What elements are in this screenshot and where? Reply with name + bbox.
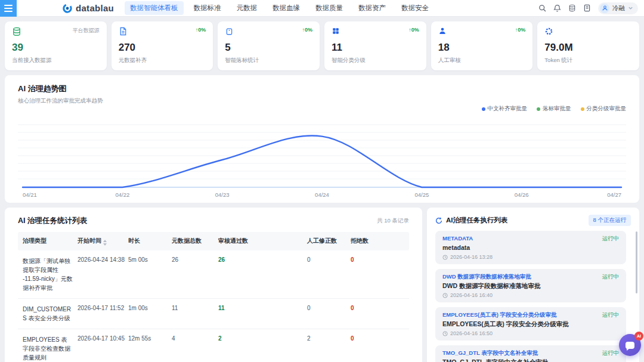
task-exec-item[interactable]: EMPLOYEES(员工表) 字段安全分类分级审批 运行中 EMPLOYEES(… — [435, 307, 626, 341]
task-exec-item[interactable]: TMO_GJ_DTL 表字段中文名补全审批 运行中 TMO_GJ_DTL 表字段… — [435, 345, 626, 362]
chevron-down-icon — [628, 5, 633, 11]
nav-tab-data-standard[interactable]: 数据标准 — [188, 1, 227, 15]
nav-tab-data-lineage[interactable]: 数据血缘 — [267, 1, 305, 15]
legend-item[interactable]: 落标审批量 — [537, 105, 571, 113]
bottom-row: AI 治理任务统计列表 共 10 条记录 治理类型 开始时间 时长 元数据总数 … — [5, 208, 639, 362]
stat-card-classification[interactable]: ↑0% 11 智能分类分级 — [324, 21, 426, 70]
col-total: 元数据总数 — [172, 237, 218, 246]
stat-value: 79.0M — [544, 42, 632, 54]
stat-label: Token 统计 — [544, 57, 632, 64]
corrected-count: 0 — [307, 256, 351, 292]
task-status-badge: 运行中 — [602, 311, 620, 319]
task-status-badge: 运行中 — [602, 349, 620, 357]
bell-icon[interactable] — [553, 4, 561, 12]
task-name: 数据源「测试单独提取字段属性 -11.59-nicky」元数据补齐审批 — [23, 256, 78, 292]
clock-icon — [442, 255, 448, 260]
task-exec-subtitle: EMPLOYEES(员工表) 字段安全分类分级审批 — [442, 320, 619, 328]
legend-label: 中文补齐审批量 — [488, 105, 528, 113]
task-exec-time: 2026-04-16 16:40 — [450, 292, 493, 298]
chat-bubble-icon — [626, 342, 634, 349]
logo[interactable]: datablau — [62, 3, 114, 14]
task-list: METADATA 运行中 metadata 2026-04-16 13:28 D… — [435, 231, 631, 362]
stat-corner-label: 平台数据源 — [73, 27, 100, 35]
duration: 1m 00s — [128, 305, 172, 323]
duration: 5m 00s — [128, 256, 172, 292]
task-exec-item[interactable]: DWD 数据源字段数据标准落地审批 运行中 DWD 数据源字段数据标准落地审批 … — [435, 269, 626, 302]
user-menu[interactable]: 冷融 — [598, 2, 638, 14]
trend-chart-svg: 04/2104/2204/2304/2404/2504/2604/27 — [18, 123, 626, 200]
stat-card-token-usage[interactable]: 79.0M Token 统计 — [537, 21, 639, 70]
stat-card-standard-match[interactable]: ↑0% 5 智能落标统计 — [218, 21, 320, 70]
svg-text:04/21: 04/21 — [23, 191, 37, 198]
col-passed: 审核通过数 — [218, 237, 307, 246]
task-exec-item[interactable]: METADATA 运行中 metadata 2026-04-16 13:28 — [435, 231, 626, 264]
stat-trend-label: ↑0% — [302, 27, 313, 33]
scrollbar-thumb[interactable] — [636, 231, 637, 293]
stat-trend-label: ↑0% — [196, 27, 206, 33]
database-icon[interactable] — [568, 4, 576, 12]
refresh-icon[interactable] — [435, 217, 442, 224]
legend-item[interactable]: 中文补齐审批量 — [482, 105, 528, 113]
rejected-count: 0 — [351, 305, 409, 323]
chart-subtitle: 核心治理工作流的审批完成率趋势 — [18, 97, 626, 105]
nav-tab-data-security[interactable]: 数据安全 — [396, 1, 434, 15]
stat-value: 39 — [12, 42, 100, 54]
legend-dot-blue — [482, 107, 485, 111]
record-count: 共 10 条记录 — [377, 217, 409, 225]
task-exec-title: METADATA — [442, 234, 619, 242]
task-exec-title: EMPLOYEES(员工表) 字段安全分类分级审批 — [442, 311, 619, 318]
total-count: 4 — [172, 335, 218, 362]
notebook-icon[interactable] — [583, 4, 591, 12]
stat-value: 5 — [225, 42, 312, 54]
svg-text:04/22: 04/22 — [115, 191, 129, 198]
task-exec-panel: AI治理任务执行列表 8 个正在运行 METADATA 运行中 metadata… — [427, 208, 639, 362]
sort-icon[interactable] — [103, 240, 107, 246]
task-exec-title: TMO_GJ_DTL 表字段中文名补全审批 — [442, 349, 619, 357]
task-name: EMPLOYEES 表字段非空检查数据质量规则 — [23, 335, 78, 362]
clock-icon — [442, 293, 448, 298]
logo-text: datablau — [76, 3, 114, 13]
stat-label: 元数据补齐 — [119, 57, 206, 64]
task-exec-subtitle: metadata — [442, 243, 619, 252]
task-exec-time: 2026-04-16 16:50 — [450, 330, 493, 336]
ai-chat-button[interactable]: AI — [619, 334, 641, 356]
user-name: 冷融 — [612, 4, 625, 13]
svg-text:04/25: 04/25 — [414, 191, 429, 198]
start-time: 2026-04-17 10:45 — [78, 335, 128, 362]
stat-value: 18 — [438, 42, 526, 54]
stat-value: 270 — [119, 42, 206, 54]
task-stats-card: AI 治理任务统计列表 共 10 条记录 治理类型 开始时间 时长 元数据总数 … — [5, 208, 422, 362]
start-time: 2026-04-17 11:52 — [78, 305, 128, 323]
running-count-badge[interactable]: 8 个正在运行 — [589, 215, 631, 226]
legend-item[interactable]: 分类分级审批量 — [581, 105, 627, 113]
col-rejected: 拒绝数 — [351, 237, 409, 246]
chart-title: AI 治理趋势图 — [18, 83, 626, 94]
table-row: DIM_CUSTOMERS 表安全分类分级 2026-04-17 11:52 1… — [18, 299, 409, 329]
nav-tab-data-asset[interactable]: 数据资产 — [353, 1, 391, 15]
search-icon[interactable] — [538, 4, 546, 12]
tasks-title: AI治理任务执行列表 — [446, 216, 508, 225]
stat-value: 11 — [332, 42, 419, 54]
menu-toggle-button[interactable] — [0, 0, 17, 17]
stat-card-manual-review[interactable]: ↑0% 18 人工审核 — [431, 21, 533, 70]
nav-tab-data-quality[interactable]: 数据质量 — [310, 1, 348, 15]
stat-trend-label: ↑0% — [408, 27, 419, 33]
avatar — [600, 4, 609, 13]
main-nav: 数据智能体看板 数据标准 元数据 数据血缘 数据质量 数据资产 数据安全 — [125, 1, 434, 15]
nav-tab-smart-dashboard[interactable]: 数据智能体看板 — [125, 1, 184, 15]
task-exec-subtitle: TMO_GJ_DTL 表字段中文名补全审批 — [442, 358, 619, 362]
passed-count: 11 — [218, 305, 307, 323]
duration: 12m 55s — [128, 335, 172, 362]
stat-card-datasources[interactable]: 平台数据源 39 当前接入数据源 — [5, 21, 107, 70]
trend-chart-card: AI 治理趋势图 核心治理工作流的审批完成率趋势 中文补齐审批量 落标审批量 分… — [5, 75, 639, 203]
legend-label: 分类分级审批量 — [587, 105, 627, 113]
stat-card-metadata-fill[interactable]: ↑0% 270 元数据补齐 — [112, 21, 213, 70]
tag-icon — [225, 27, 234, 36]
svg-text:04/27: 04/27 — [607, 191, 621, 198]
chart-legend: 中文补齐审批量 落标审批量 分类分级审批量 — [482, 105, 627, 113]
task-exec-subtitle: DWD 数据源字段数据标准落地审批 — [442, 281, 619, 290]
task-status-badge: 运行中 — [602, 235, 620, 243]
corrected-count: 2 — [307, 335, 351, 362]
nav-tab-metadata[interactable]: 元数据 — [231, 1, 263, 15]
stat-label: 智能分类分级 — [332, 57, 419, 64]
